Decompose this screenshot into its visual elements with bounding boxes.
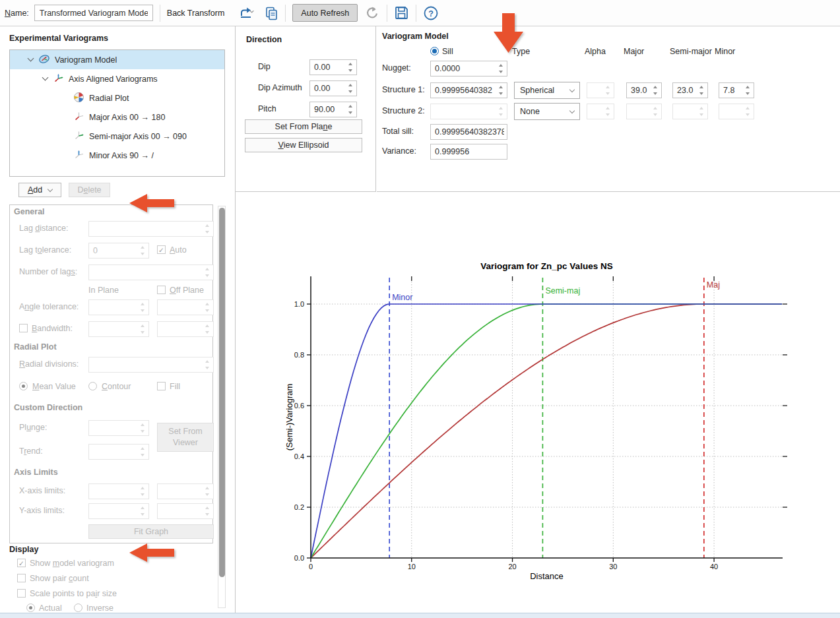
major-axis-icon bbox=[73, 111, 84, 124]
plunge-field[interactable] bbox=[88, 420, 149, 436]
auto-checkbox[interactable]: ✓ bbox=[157, 245, 166, 254]
structure1-sill-field[interactable] bbox=[430, 82, 507, 98]
y-axis-min-field[interactable] bbox=[88, 503, 149, 519]
set-from-plane-button[interactable]: Set From Plane bbox=[245, 119, 362, 134]
lag-tolerance-field[interactable] bbox=[88, 243, 149, 259]
mean-value-radio[interactable] bbox=[19, 382, 28, 390]
actual-label: Actual bbox=[39, 603, 62, 613]
angle-tolerance-off-plane-field[interactable] bbox=[157, 299, 214, 315]
pitch-field[interactable] bbox=[309, 102, 357, 117]
structure1-type-dropdown[interactable]: Spherical bbox=[514, 82, 580, 99]
lag-distance-field[interactable] bbox=[88, 221, 214, 237]
show-model-variogram-checkbox[interactable]: ✓ bbox=[17, 559, 26, 567]
view-ellipsoid-button[interactable]: View Ellipsoid bbox=[245, 138, 362, 152]
name-input[interactable] bbox=[34, 5, 153, 21]
off-plane-label: Off Plane bbox=[170, 286, 204, 295]
x-axis-limits-label: X-axis limits: bbox=[19, 486, 65, 495]
chevron-down-icon bbox=[569, 108, 575, 113]
variogram-settings-box: General Lag distance: Lag tolerance: ✓ A… bbox=[9, 204, 213, 543]
toolbar-separator bbox=[160, 5, 160, 22]
structure2-minor-field[interactable] bbox=[719, 104, 754, 119]
toolbar-separator bbox=[285, 5, 286, 22]
tree-item-major-axis[interactable]: Major Axis 00 → 180 bbox=[10, 108, 224, 127]
structure2-type-dropdown[interactable]: None bbox=[514, 103, 580, 120]
structure2-major-field[interactable] bbox=[626, 104, 662, 119]
back-transform-button[interactable]: Back Transform bbox=[167, 9, 225, 18]
copy-icon[interactable] bbox=[264, 6, 278, 20]
undo-icon[interactable] bbox=[364, 5, 380, 21]
contour-radio[interactable] bbox=[88, 382, 97, 390]
structure2-semi-major-field[interactable] bbox=[672, 104, 708, 119]
svg-text:Minor: Minor bbox=[392, 293, 412, 302]
y-axis-max-field[interactable] bbox=[157, 503, 214, 519]
experimental-variograms-header: Experimental Variograms bbox=[9, 34, 108, 43]
structure1-major-field[interactable] bbox=[626, 82, 662, 98]
variogram-dialog: Name: Back Transform Auto Refresh bbox=[0, 0, 840, 618]
bandwidth-off-plane-field[interactable] bbox=[157, 321, 214, 337]
svg-text:0.2: 0.2 bbox=[294, 503, 304, 511]
bandwidth-checkbox[interactable] bbox=[19, 324, 28, 332]
structure1-alpha-field[interactable] bbox=[587, 82, 614, 98]
experimental-variograms-panel: Experimental Variograms Variogram Model bbox=[0, 26, 236, 618]
chevron-down-icon[interactable] bbox=[28, 55, 34, 62]
angle-tolerance-in-plane-field[interactable] bbox=[88, 299, 149, 315]
fill-checkbox[interactable] bbox=[157, 382, 166, 390]
tree-item-label: Axis Aligned Variograms bbox=[69, 75, 158, 84]
auto-refresh-button[interactable]: Auto Refresh bbox=[292, 4, 358, 22]
number-of-lags-label: Number of lags: bbox=[19, 267, 77, 276]
general-header: General bbox=[14, 207, 45, 216]
chevron-down-icon[interactable] bbox=[42, 75, 49, 81]
structure2-sill-field[interactable] bbox=[430, 104, 507, 119]
tree-item-semi-major-axis[interactable]: Semi-major Axis 00 → 090 bbox=[10, 127, 224, 146]
set-from-viewer-button[interactable]: Set From Viewer bbox=[157, 423, 214, 452]
radial-divisions-field[interactable] bbox=[88, 357, 214, 373]
add-button[interactable]: Add bbox=[18, 183, 61, 197]
structure2-alpha-field[interactable] bbox=[587, 104, 614, 119]
save-icon[interactable] bbox=[394, 5, 409, 20]
export-icon[interactable] bbox=[239, 7, 256, 20]
variogram-chart-area: MajSemi-majMinor0102030400.00.20.40.60.8… bbox=[236, 193, 840, 618]
dip-field[interactable] bbox=[309, 59, 357, 75]
variogram-tree: Variogram Model Axis Aligned Variogram bbox=[9, 49, 225, 177]
variance-field[interactable] bbox=[430, 144, 507, 160]
total-sill-field[interactable] bbox=[430, 124, 507, 140]
sill-radio-label: Sill bbox=[442, 47, 453, 56]
svg-text:Semi-maj: Semi-maj bbox=[545, 286, 580, 295]
fit-graph-button[interactable]: Fit Graph bbox=[88, 524, 214, 539]
tree-item-minor-axis[interactable]: Minor Axis 90 → / bbox=[10, 146, 224, 165]
structure1-semi-major-field[interactable] bbox=[672, 82, 708, 98]
x-axis-min-field[interactable] bbox=[88, 483, 149, 499]
trend-field[interactable] bbox=[88, 444, 149, 460]
minor-axis-icon bbox=[73, 149, 84, 162]
tree-item-label: Minor Axis 90 → / bbox=[89, 151, 154, 160]
svg-text:0.4: 0.4 bbox=[294, 452, 304, 460]
help-icon[interactable]: ? bbox=[423, 5, 439, 21]
semi-major-axis-icon bbox=[73, 130, 84, 143]
scrollbar-thumb[interactable] bbox=[219, 208, 225, 577]
plunge-label: Plunge: bbox=[19, 423, 47, 432]
dip-label: Dip bbox=[258, 62, 271, 71]
bandwidth-in-plane-field[interactable] bbox=[88, 321, 149, 337]
radial-plot-header: Radial Plot bbox=[14, 342, 57, 352]
auto-label: Auto bbox=[170, 245, 187, 255]
scale-points-checkbox[interactable] bbox=[17, 589, 26, 598]
trend-label: Trend: bbox=[19, 447, 43, 456]
dip-azimuth-field[interactable] bbox=[309, 80, 357, 96]
contour-label: Contour bbox=[102, 382, 131, 391]
tree-item-variogram-model[interactable]: Variogram Model bbox=[10, 50, 224, 69]
inverse-radio[interactable] bbox=[74, 603, 82, 612]
delete-button[interactable]: Delete bbox=[69, 183, 110, 197]
nugget-label: Nugget: bbox=[382, 63, 411, 73]
tree-item-radial-plot[interactable]: Radial Plot bbox=[10, 88, 224, 108]
actual-radio[interactable] bbox=[26, 603, 35, 612]
structure1-minor-field[interactable] bbox=[719, 82, 754, 98]
off-plane-checkbox[interactable] bbox=[157, 286, 166, 294]
tree-item-axis-aligned-variograms[interactable]: Axis Aligned Variograms bbox=[10, 69, 224, 88]
display-header: Display bbox=[9, 545, 38, 554]
nugget-field[interactable] bbox=[430, 61, 507, 77]
settings-scrollbar[interactable] bbox=[218, 206, 226, 608]
sill-radio[interactable] bbox=[430, 47, 439, 55]
number-of-lags-field[interactable] bbox=[88, 264, 214, 280]
x-axis-max-field[interactable] bbox=[157, 483, 214, 499]
show-pair-count-checkbox[interactable] bbox=[17, 574, 26, 582]
